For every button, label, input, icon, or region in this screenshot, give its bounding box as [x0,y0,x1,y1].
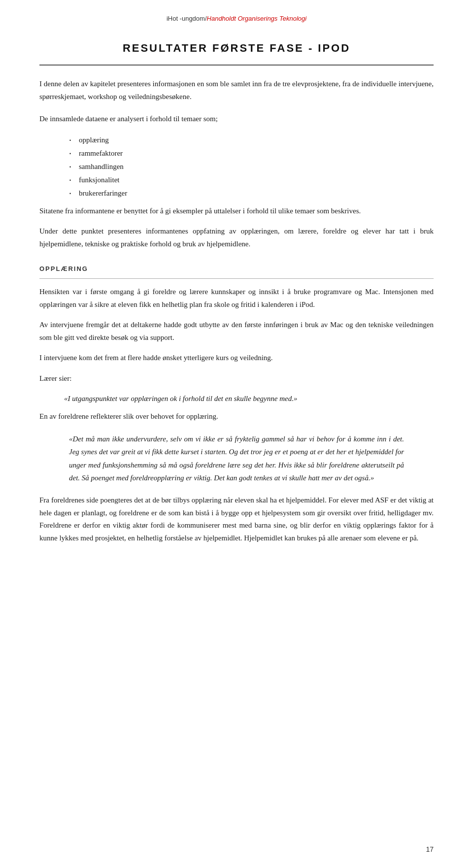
page-header: iHot -ungdom/Handholdt Organiserings Tek… [39,15,434,22]
page-container: iHot -ungdom/Handholdt Organiserings Tek… [0,0,473,868]
section-opplaering-heading: OPPLÆRING [39,265,434,272]
laerer-sier-label: Lærer sier: [39,372,434,385]
list-item: funksjonalitet [69,173,434,187]
chapter-title: RESULTATER FØRSTE FASE - IPOD [39,42,434,55]
analysis-intro: De innsamlede dataene er analysert i for… [39,113,434,126]
intro-paragraph: I denne delen av kapitelet presenteres i… [39,78,434,103]
block-quote: «Det må man ikke undervurdere, selv om v… [69,433,404,484]
under-dette-paragraph: Under dette punktet presenteres informan… [39,225,434,250]
opplaering-p1: Hensikten var i første omgang å gi forel… [39,286,434,311]
list-item: opplæring [69,134,434,147]
title-divider [39,65,434,66]
list-item: brukererfaringer [69,187,434,200]
header-text: iHot -ungdom/Handholdt Organiserings Tek… [167,15,306,22]
opplaering-p3: I intervjuene kom det frem at flere hadd… [39,352,434,365]
list-item: rammefaktorer [69,147,434,160]
opplaering-p2: Av intervjuene fremgår det at deltakerne… [39,319,434,344]
section-divider [39,278,434,279]
page-number: 17 [426,845,434,853]
final-paragraph: Fra foreldrenes side poengteres det at d… [39,494,434,544]
bullet-list: opplæring rammefaktorer samhandlingen fu… [69,134,434,200]
foreldrene-intro: En av foreldrene reflekterer slik over b… [39,410,434,423]
laerer-quote: «I utgangspunktet var opplæringen ok i f… [64,393,434,405]
sitatene-text: Sitatene fra informantene er benyttet fo… [39,205,434,218]
list-item: samhandlingen [69,160,434,173]
header-prefix: iHot -ungdom/ [167,15,207,22]
header-brand: Handholdt Organiserings Teknologi [207,15,307,22]
